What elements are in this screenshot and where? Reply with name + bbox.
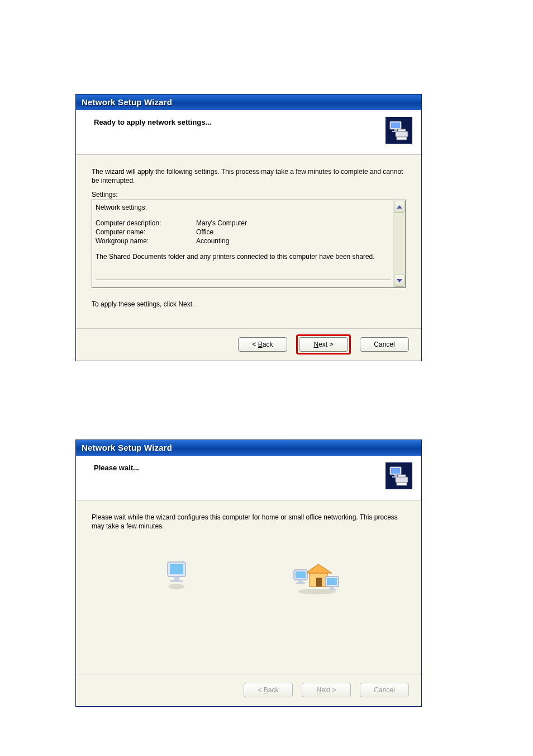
cancel-label: Cancel [374,341,394,348]
back-prefix: < [252,341,258,348]
titlebar[interactable]: Network Setup Wizard [76,440,421,456]
svg-rect-21 [316,578,322,587]
network-setup-wizard-please-wait: Network Setup Wizard Please wait... Plea… [75,440,422,707]
cancel-button: Cancel [360,683,409,697]
titlebar[interactable]: Network Setup Wizard [76,94,421,110]
setting-row-computer-description: Computer description: Mary's Computer [96,219,391,227]
wizard-body: The wizard will apply the following sett… [76,155,421,328]
settings-section-title: Network settings: [96,204,391,211]
back-label: ack [263,341,273,348]
back-prefix: < [258,686,263,694]
chevron-up-icon [397,205,402,209]
svg-point-18 [169,584,184,589]
svg-rect-13 [397,483,407,485]
svg-rect-23 [296,571,306,578]
sharing-note: The Shared Documents folder and any prin… [96,253,391,261]
svg-rect-12 [398,475,406,477]
scrollbar[interactable] [393,200,405,287]
setting-row-computer-name: Computer name: Office [96,228,391,236]
svg-rect-4 [396,131,408,137]
back-button: < Back [244,683,293,697]
setting-value: Accounting [196,237,229,245]
network-printer-icon [386,117,412,144]
svg-rect-28 [330,587,334,589]
wizard-heading: Ready to apply network settings... [94,118,408,126]
network-printer-icon [386,462,412,489]
setting-row-workgroup-name: Workgroup name: Accounting [96,237,391,245]
next-label: ext > [321,686,336,694]
settings-label: Settings: [92,191,406,199]
setting-value: Mary's Computer [196,219,247,227]
setting-key: Workgroup name: [96,237,196,245]
svg-rect-5 [398,129,406,131]
setting-key: Computer name: [96,228,196,236]
next-label: ext > [318,341,333,348]
computer-icon [164,561,189,590]
svg-rect-25 [296,582,305,584]
wizard-header: Ready to apply network settings... [76,110,421,155]
settings-summary-box: Network settings: Computer description: … [92,200,406,288]
apply-hint: To apply these settings, click Next. [92,300,406,308]
svg-rect-17 [170,580,183,582]
wizard-body: Please wait while the wizard configures … [76,500,421,674]
svg-rect-15 [170,564,183,574]
svg-rect-2 [394,129,397,131]
setting-value: Office [196,228,213,236]
title-text: Network Setup Wizard [82,443,172,452]
svg-rect-11 [396,477,408,483]
wizard-heading: Please wait... [94,464,408,472]
svg-point-30 [298,589,336,594]
svg-rect-24 [298,580,303,582]
wizard-header: Please wait... [76,456,421,500]
svg-rect-1 [391,122,400,128]
svg-marker-19 [305,564,332,573]
svg-rect-27 [327,578,337,585]
intro-text: Please wait while the wizard configures … [92,513,406,531]
network-setup-wizard-ready: Network Setup Wizard Ready to apply netw… [75,94,422,361]
next-button-highlight: Next > [296,334,351,355]
svg-rect-6 [397,137,407,140]
back-button[interactable]: < Back [238,337,287,352]
svg-rect-9 [394,475,397,476]
back-label: ack [268,686,279,694]
title-text: Network Setup Wizard [82,97,172,107]
separator [96,280,391,280]
next-button: Next > [302,683,351,697]
progress-animation-area [92,536,406,626]
chevron-down-icon [397,279,402,282]
intro-text: The wizard will apply the following sett… [92,167,406,185]
wizard-footer: < Back Next > Cancel [76,674,421,705]
svg-rect-8 [391,468,400,474]
next-button[interactable]: Next > [299,337,348,352]
network-home-icon [293,561,341,594]
cancel-button[interactable]: Cancel [360,337,409,352]
cancel-label: Cancel [374,686,394,694]
svg-rect-16 [174,577,179,580]
setting-key: Computer description: [96,219,196,227]
scroll-up-button[interactable] [394,201,404,213]
scroll-down-button[interactable] [394,275,404,287]
wizard-footer: < Back Next > Cancel [76,328,421,360]
